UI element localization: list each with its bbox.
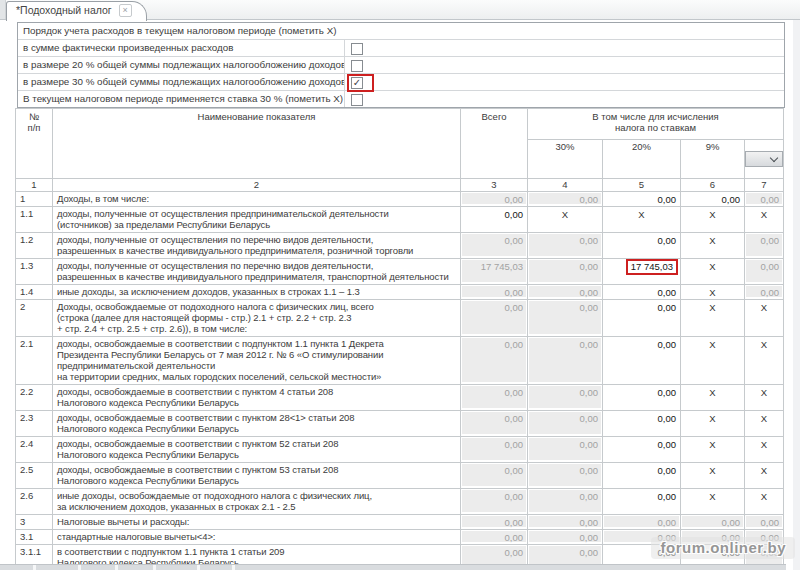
value-cell: 0,00 xyxy=(528,337,603,385)
app-window: *Подоходный налог× Порядок учета расходо… xyxy=(0,0,800,570)
not-applicable-marker: X xyxy=(604,208,679,230)
checkbox-box[interactable] xyxy=(351,94,363,106)
row-label: доходы, освобождаемые в соответствии с п… xyxy=(53,463,461,489)
value-cell: 0,00 xyxy=(461,207,528,233)
amount-field[interactable]: 0,00 xyxy=(604,193,679,204)
chevron-down-icon xyxy=(770,154,778,162)
value-cell: 0,00 xyxy=(461,285,528,300)
option-row: В текущем налоговом периоде применяется … xyxy=(18,90,784,107)
value-cell: X xyxy=(745,385,784,411)
checkbox-box[interactable] xyxy=(351,43,363,55)
column-number: 4 xyxy=(528,179,603,192)
tab-label: *Подоходный налог xyxy=(16,4,112,16)
option-row: в размере 20 % общей суммы подлежащих на… xyxy=(18,56,784,73)
not-applicable-marker: X xyxy=(682,208,743,230)
value-cell: 0,00 xyxy=(528,259,603,285)
amount-field: 0,00 xyxy=(529,464,601,486)
value-cell: 0,00 xyxy=(461,233,528,259)
value-cell: 0,00 xyxy=(528,300,603,337)
checkbox-box[interactable] xyxy=(351,60,363,72)
amount-field: 0,00 xyxy=(529,438,601,460)
value-cell: X xyxy=(681,411,745,437)
table-row: 2.5доходы, освобождаемые в соответствии … xyxy=(16,463,784,489)
amount-field: 0,00 xyxy=(529,301,601,334)
row-label: Доходы, освобождаемые от подоходного нал… xyxy=(53,300,461,337)
not-applicable-marker: X xyxy=(682,412,743,434)
value-cell: 0,00 xyxy=(528,192,603,207)
value-cell: 0,00 xyxy=(461,515,528,530)
not-applicable-marker: X xyxy=(746,208,782,230)
amount-field: 0,00 xyxy=(462,412,526,434)
tab-close-icon[interactable]: × xyxy=(119,4,132,17)
value-cell: 0,00 xyxy=(528,463,603,489)
value-cell: X xyxy=(681,437,745,463)
row-number: 3 xyxy=(16,515,53,530)
amount-field: 0,00 xyxy=(462,531,526,542)
row-label: доходы, освобождаемые в соответствии с п… xyxy=(53,411,461,437)
value-cell: X xyxy=(745,337,784,385)
value-cell: X xyxy=(745,411,784,437)
amount-field: 0,00 xyxy=(462,464,526,486)
amount-field[interactable]: 0,00 xyxy=(604,438,679,460)
amount-field: 0,00 xyxy=(529,193,601,204)
row-number: 1.1 xyxy=(16,207,53,233)
option-row: в сумме фактически произведенных расходо… xyxy=(18,39,784,56)
table-row: 2.3доходы, освобождаемые в соответствии … xyxy=(16,411,784,437)
amount-field: 0,00 xyxy=(529,516,601,527)
value-cell: X xyxy=(681,207,745,233)
checkbox-20-percent[interactable] xyxy=(350,59,364,73)
value-cell: 0,00 xyxy=(603,385,681,411)
amount-field[interactable]: 0,00 xyxy=(604,386,679,408)
checkbox-rate-30[interactable] xyxy=(350,93,364,107)
value-cell: X xyxy=(528,207,603,233)
value-cell: X xyxy=(681,233,745,259)
amount-field[interactable]: 0,00 xyxy=(604,490,679,512)
amount-field[interactable]: 0,00 xyxy=(604,234,679,256)
header-rate-20: 20% xyxy=(603,140,681,179)
not-applicable-marker: X xyxy=(746,464,782,486)
table-row: 2.2доходы, освобождаемые в соответствии … xyxy=(16,385,784,411)
amount-field[interactable]: 0,00 xyxy=(604,412,679,434)
value-cell: 0,00 xyxy=(461,385,528,411)
amount-field[interactable]: 0,00 xyxy=(604,286,679,297)
row-label: доходы, полученные от осуществления пред… xyxy=(53,207,461,233)
value-cell: 0,00 xyxy=(681,192,745,207)
not-applicable-marker: X xyxy=(682,490,743,512)
amount-field: 0,00 xyxy=(529,490,601,512)
not-applicable-marker: X xyxy=(746,338,782,382)
column-number: 5 xyxy=(603,179,681,192)
value-cell: 0,00 xyxy=(461,437,528,463)
amount-field[interactable]: 0,00 xyxy=(604,301,679,334)
checkbox-actual-expenses[interactable] xyxy=(350,42,364,56)
value-cell: 0,00 xyxy=(745,285,784,300)
value-cell: X xyxy=(681,300,745,337)
amount-field[interactable]: 0,00 xyxy=(682,193,743,204)
amount-field[interactable]: 0,00 xyxy=(604,338,679,382)
amount-field[interactable]: 0,00 xyxy=(462,208,526,230)
row-label: иные доходы, освобождаемые от подоходног… xyxy=(53,489,461,515)
value-cell: 0,00 xyxy=(745,233,784,259)
tab-income-tax[interactable]: *Подоходный налог× xyxy=(6,1,147,21)
page-edge xyxy=(793,20,800,570)
checkbox-30-percent[interactable]: ✓ xyxy=(347,74,374,92)
row-label: стандартные налоговые вычеты<4>: xyxy=(53,530,461,545)
not-applicable-marker: X xyxy=(746,301,782,334)
tax-indicator-table: № п/п Наименование показателя Всего В то… xyxy=(15,108,784,570)
table-row: 1.2доходы, полученные от осуществления п… xyxy=(16,233,784,259)
rate-dropdown[interactable] xyxy=(745,151,783,167)
value-cell: X xyxy=(745,300,784,337)
not-applicable-marker: X xyxy=(682,338,743,382)
amount-field[interactable]: 0,00 xyxy=(604,464,679,486)
amount-field: 0,00 xyxy=(462,386,526,408)
panel-header-row: Порядок учета расходов в текущем налогов… xyxy=(18,23,784,39)
option-row: в размере 30 % общей суммы подлежащих на… xyxy=(18,73,784,90)
checkbox-box[interactable]: ✓ xyxy=(351,77,363,89)
row-number: 3.1 xyxy=(16,530,53,545)
amount-field[interactable]: 17 745,03 xyxy=(604,260,679,282)
value-cell: X xyxy=(745,207,784,233)
header-group: В том числе для исчисления налога по ста… xyxy=(528,109,784,140)
row-number: 2.1 xyxy=(16,337,53,385)
row-number: 1 xyxy=(16,192,53,207)
value-cell: 0,00 xyxy=(745,515,784,530)
amount-field: 0,00 xyxy=(462,234,526,256)
